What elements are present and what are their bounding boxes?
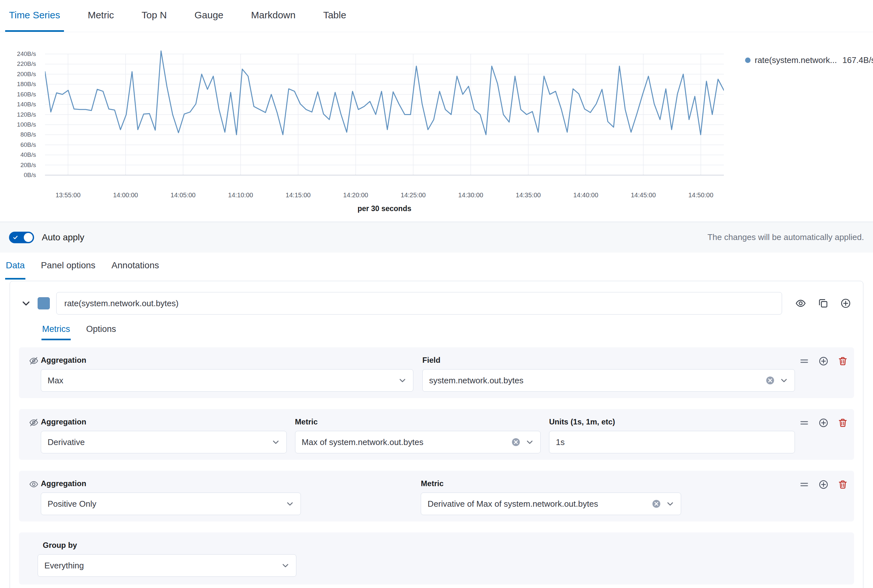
add-metric-icon[interactable] — [819, 418, 828, 428]
eye-icon[interactable] — [29, 480, 38, 489]
aggregation-select[interactable]: Positive Only — [41, 493, 301, 515]
tab-panel-options[interactable]: Panel options — [40, 252, 96, 279]
eye-slash-icon[interactable] — [29, 418, 38, 427]
aggregation-row-positive-only: Aggregation Positive Only Metric Derivat… — [19, 471, 854, 522]
series-color-swatch[interactable] — [38, 297, 50, 309]
aggregation-label: Aggregation — [41, 417, 287, 426]
series-tabs: Metrics Options — [42, 324, 854, 340]
timeseries-plot[interactable] — [45, 48, 724, 177]
tab-metrics[interactable]: Metrics — [42, 324, 71, 340]
timeseries-chart: 240B/s220B/s200B/s180B/s160B/s140B/s120B… — [0, 32, 873, 222]
auto-apply-bar: Auto apply The changes will be automatic… — [0, 222, 873, 252]
auto-apply-label: Auto apply — [42, 232, 84, 243]
chevron-down-icon — [286, 500, 294, 508]
x-tick-label: 14:20:00 — [343, 192, 368, 199]
row-actions — [799, 418, 847, 428]
tab-metric[interactable]: Metric — [84, 0, 118, 32]
metric-combo[interactable]: Max of system.network.out.bytes — [295, 431, 541, 453]
metric-combo[interactable]: Derivative of Max of system.network.out.… — [421, 493, 681, 515]
row-actions — [799, 356, 847, 366]
y-tick-label: 200B/s — [0, 70, 36, 78]
eye-slash-icon[interactable] — [29, 356, 38, 365]
tab-data[interactable]: Data — [5, 252, 26, 279]
x-tick-label: 13:55:00 — [56, 192, 81, 199]
aggregation-select[interactable]: Derivative — [41, 431, 287, 453]
clear-selection-icon[interactable] — [766, 376, 775, 385]
y-axis-labels: 240B/s220B/s200B/s180B/s160B/s140B/s120B… — [0, 32, 41, 222]
tab-annotations[interactable]: Annotations — [111, 252, 160, 279]
y-tick-label: 140B/s — [0, 100, 36, 108]
series-editor-panel: Metrics Options Aggregation Max Field — [10, 281, 863, 588]
aggregation-row-derivative: Aggregation Derivative Metric Max of sys… — [19, 409, 854, 460]
group-by-select-value: Everything — [44, 561, 84, 571]
y-tick-label: 220B/s — [0, 60, 36, 68]
units-label: Units (1s, 1m, etc) — [549, 417, 795, 426]
group-by-label: Group by — [43, 541, 845, 550]
field-combo-value: system.network.out.bytes — [429, 376, 523, 386]
switch-knob — [24, 233, 33, 242]
series-header-actions — [796, 298, 851, 309]
aggregation-select-value: Derivative — [48, 437, 85, 447]
drag-handle-icon[interactable] — [799, 418, 809, 428]
legend-series-label: rate(system.network... — [755, 55, 837, 65]
metric-label: Metric — [295, 417, 541, 426]
chevron-down-icon — [398, 376, 407, 385]
y-tick-label: 100B/s — [0, 121, 36, 129]
y-tick-label: 180B/s — [0, 80, 36, 88]
add-series-icon[interactable] — [840, 298, 851, 309]
y-tick-label: 160B/s — [0, 91, 36, 98]
y-tick-label: 60B/s — [0, 141, 36, 149]
x-axis-labels: 13:55:0014:00:0014:05:0014:10:0014:15:00… — [45, 192, 724, 201]
y-tick-label: 120B/s — [0, 111, 36, 118]
add-metric-icon[interactable] — [819, 356, 828, 366]
x-tick-label: 14:25:00 — [401, 192, 426, 199]
y-tick-label: 240B/s — [0, 50, 36, 58]
delete-metric-icon[interactable] — [838, 480, 847, 489]
tab-markdown[interactable]: Markdown — [247, 0, 299, 32]
chart-plot-area: 240B/s220B/s200B/s180B/s160B/s140B/s120B… — [0, 32, 724, 222]
tab-table[interactable]: Table — [319, 0, 350, 32]
x-tick-label: 14:30:00 — [458, 192, 484, 199]
drag-handle-icon[interactable] — [799, 356, 809, 366]
row-actions — [799, 480, 847, 489]
units-input[interactable] — [549, 431, 795, 453]
legend-item[interactable]: rate(system.network... 167.4B/s — [745, 55, 870, 65]
delete-metric-icon[interactable] — [838, 418, 847, 428]
x-tick-label: 14:45:00 — [631, 192, 656, 199]
legend-series-value: 167.4B/s — [843, 55, 873, 65]
x-axis-title: per 30 seconds — [45, 204, 724, 213]
y-tick-label: 0B/s — [0, 171, 36, 179]
tab-top-n[interactable]: Top N — [138, 0, 171, 32]
clear-selection-icon[interactable] — [511, 438, 520, 447]
field-label: Field — [422, 356, 795, 365]
y-tick-label: 80B/s — [0, 131, 36, 138]
aggregation-rows: Aggregation Max Field system.network.out… — [19, 347, 854, 588]
delete-metric-icon[interactable] — [838, 356, 847, 366]
metric-combo-value: Derivative of Max of system.network.out.… — [428, 499, 598, 509]
tab-gauge[interactable]: Gauge — [191, 0, 227, 32]
chevron-down-icon[interactable] — [21, 298, 31, 309]
group-by-section: Group by Everything — [19, 532, 854, 585]
tab-time-series[interactable]: Time Series — [5, 0, 64, 32]
field-combo[interactable]: system.network.out.bytes — [422, 369, 795, 392]
chevron-down-icon — [281, 561, 290, 570]
chevron-down-icon — [780, 376, 788, 385]
chart-legend: rate(system.network... 167.4B/s — [724, 32, 873, 222]
tab-options[interactable]: Options — [86, 324, 117, 340]
toggle-series-visibility-icon[interactable] — [796, 298, 806, 309]
metric-label: Metric — [421, 479, 681, 488]
add-metric-icon[interactable] — [819, 480, 828, 489]
drag-handle-icon[interactable] — [799, 480, 809, 489]
auto-apply-switch[interactable] — [9, 232, 34, 243]
x-tick-label: 14:15:00 — [286, 192, 311, 199]
metric-combo-value: Max of system.network.out.bytes — [302, 437, 424, 447]
aggregation-select[interactable]: Max — [41, 369, 413, 392]
chevron-down-icon — [272, 438, 280, 446]
clone-series-icon[interactable] — [818, 298, 828, 309]
series-label-input[interactable] — [56, 292, 782, 315]
aggregation-label: Aggregation — [41, 479, 301, 488]
group-by-select[interactable]: Everything — [38, 554, 296, 577]
clear-selection-icon[interactable] — [652, 500, 661, 508]
x-tick-label: 14:50:00 — [688, 192, 713, 199]
editor-tabs: Data Panel options Annotations — [0, 252, 873, 279]
